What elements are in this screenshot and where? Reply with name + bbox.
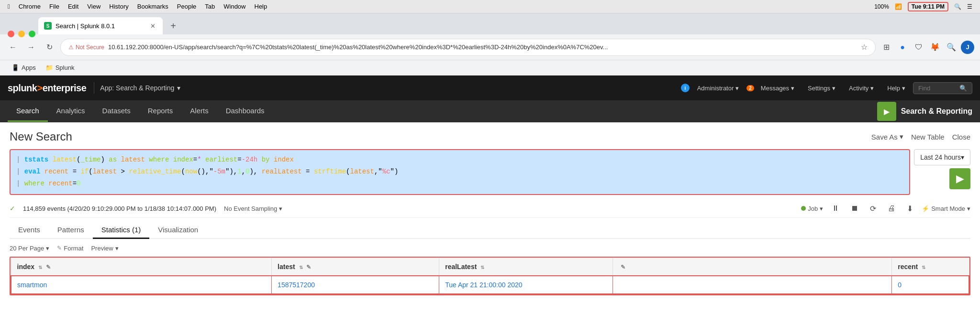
- search-reporting-icon[interactable]: ▶: [877, 102, 896, 121]
- new-table-btn[interactable]: New Table: [911, 133, 945, 141]
- splunk-ext-icon[interactable]: ●: [896, 41, 909, 54]
- save-as-btn[interactable]: Save As ▾: [871, 132, 903, 141]
- chevron-down-icon: ▾: [279, 205, 282, 212]
- tab-patterns[interactable]: Patterns: [49, 222, 93, 239]
- new-tab-btn[interactable]: +: [167, 19, 180, 32]
- sort-icon[interactable]: ⇅: [299, 265, 303, 270]
- apple-menu[interactable]: : [8, 3, 10, 10]
- search-run-btn[interactable]: ▶: [949, 168, 970, 189]
- format-btn[interactable]: ✎ Format: [57, 245, 83, 252]
- print-btn[interactable]: 🖨: [885, 203, 898, 214]
- nav-datasets[interactable]: Datasets: [94, 101, 139, 122]
- address-input[interactable]: ⚠ Not Secure 10.61.192.200:8000/en-US/ap…: [60, 39, 876, 56]
- chrome-tab-active[interactable]: S Search | Splunk 8.0.1 ✕: [38, 17, 163, 34]
- time-picker-btn[interactable]: Last 24 hours ▾: [914, 149, 970, 165]
- window-menu[interactable]: Window: [223, 3, 245, 10]
- stop-btn[interactable]: ⏹: [848, 203, 861, 214]
- info-icon: i: [681, 84, 690, 92]
- chrome-menu[interactable]: Chrome: [19, 3, 41, 10]
- address-bar: ← → ↻ ⚠ Not Secure 10.61.192.200:8000/en…: [0, 34, 980, 60]
- sort-icon[interactable]: ⇅: [480, 265, 484, 270]
- view-menu[interactable]: View: [87, 3, 100, 10]
- close-window-btn[interactable]: [8, 31, 14, 37]
- tab-statistics[interactable]: Statistics (1): [93, 222, 150, 239]
- edit-icon[interactable]: ✎: [621, 264, 625, 271]
- app-selector[interactable]: App: Search & Reporting ▾: [94, 82, 186, 94]
- no-sampling-btn[interactable]: No Event Sampling ▾: [224, 205, 282, 212]
- preview-btn[interactable]: Preview ▾: [91, 245, 118, 252]
- main-content: New Search Save As ▾ New Table Close | t…: [0, 122, 980, 303]
- control-center-icon[interactable]: ☰: [967, 3, 972, 10]
- job-btn[interactable]: Job ▾: [801, 205, 823, 212]
- user-avatar[interactable]: J: [961, 41, 974, 54]
- table-row: smartmon 1587517200 Tue Apr 21 21:00:00 …: [11, 276, 969, 294]
- administrator-btn[interactable]: Administrator ▾: [691, 82, 745, 95]
- th-latest: latest ⇅ ✎: [272, 258, 439, 276]
- tab-visualization[interactable]: Visualization: [149, 222, 207, 239]
- bookmarks-menu[interactable]: Bookmarks: [137, 3, 168, 10]
- sort-icon[interactable]: ⇅: [38, 265, 42, 270]
- tab-menu[interactable]: Tab: [205, 3, 215, 10]
- search-icon[interactable]: 🔍: [954, 3, 961, 10]
- messages-btn[interactable]: 2 Messages ▾: [746, 82, 800, 95]
- nav-reports[interactable]: Reports: [139, 101, 182, 122]
- chevron-down-icon: ▾: [177, 84, 180, 92]
- export-btn[interactable]: ⬇: [904, 203, 916, 215]
- find-input[interactable]: [918, 85, 957, 92]
- splunk-top-nav: splunk>enterprise App: Search & Reportin…: [0, 76, 980, 100]
- lightning-icon: ⚡: [922, 205, 929, 212]
- nav-search[interactable]: Search: [8, 101, 48, 122]
- bookmark-star-icon[interactable]: ☆: [861, 43, 868, 52]
- history-menu[interactable]: History: [109, 3, 128, 10]
- addon-icon[interactable]: 🦊: [928, 41, 942, 54]
- not-secure-label: ⚠ Not Secure: [68, 44, 104, 51]
- activity-btn[interactable]: Activity ▾: [843, 82, 880, 95]
- smart-mode-btn[interactable]: ⚡ Smart Mode ▾: [922, 205, 970, 212]
- people-menu[interactable]: People: [177, 3, 196, 10]
- back-btn[interactable]: ←: [6, 40, 20, 54]
- shield-icon[interactable]: 🛡: [912, 41, 925, 54]
- edit-icon[interactable]: ✎: [306, 264, 311, 271]
- reload-btn[interactable]: ↻: [42, 40, 56, 54]
- bookmarks-apps[interactable]: 📱 Apps: [8, 63, 40, 73]
- messages-badge: 2: [746, 85, 754, 91]
- pause-btn[interactable]: ⏸: [829, 203, 842, 214]
- table-header: index ⇅ ✎ latest ⇅ ✎ realLatest ⇅ ✎: [11, 258, 969, 276]
- sort-icon[interactable]: ⇅: [922, 265, 925, 270]
- maximize-window-btn[interactable]: [29, 31, 35, 37]
- chevron-down-icon: ▾: [791, 85, 794, 92]
- close-btn[interactable]: Close: [952, 133, 970, 141]
- chevron-down-icon: ▾: [900, 132, 903, 141]
- per-page-btn[interactable]: 20 Per Page ▾: [10, 245, 49, 252]
- bookmarks-splunk[interactable]: 📁 Splunk: [42, 63, 78, 73]
- minimize-window-btn[interactable]: [18, 31, 25, 37]
- table-container: index ⇅ ✎ latest ⇅ ✎ realLatest ⇅ ✎: [10, 257, 970, 295]
- help-menu[interactable]: Help: [255, 3, 267, 10]
- help-btn[interactable]: Help ▾: [881, 82, 911, 95]
- extensions-icon[interactable]: ⊞: [880, 41, 893, 54]
- settings-btn[interactable]: Settings ▾: [802, 82, 841, 95]
- admin-btn[interactable]: i Administrator ▾: [681, 82, 745, 95]
- search-reporting-label: Search & Reporting: [901, 107, 972, 116]
- chevron-down-icon: ▾: [967, 205, 970, 212]
- edit-menu[interactable]: Edit: [68, 3, 78, 10]
- nav-dashboards[interactable]: Dashboards: [217, 101, 273, 122]
- status-right: Job ▾ ⏸ ⏹ ⟳ 🖨 ⬇ ⚡ Smart Mode ▾: [801, 203, 970, 215]
- td-index[interactable]: smartmon: [11, 276, 272, 294]
- nav-analytics[interactable]: Analytics: [48, 101, 94, 122]
- forward-btn[interactable]: →: [24, 40, 38, 54]
- search-query-box[interactable]: | tstats latest(_time) as latest where i…: [10, 149, 910, 195]
- tab-favicon: S: [44, 22, 52, 30]
- file-menu[interactable]: File: [49, 3, 59, 10]
- tab-close-btn[interactable]: ✕: [148, 22, 157, 30]
- search-icon-addr[interactable]: 🔍: [945, 41, 958, 54]
- splunk-logo[interactable]: splunk>enterprise: [8, 83, 86, 94]
- search-wrap: | tstats latest(_time) as latest where i…: [10, 149, 970, 195]
- edit-icon[interactable]: ✎: [46, 264, 51, 271]
- search-query-text[interactable]: | tstats latest(_time) as latest where i…: [16, 154, 903, 190]
- nav-alerts[interactable]: Alerts: [181, 101, 217, 122]
- tab-events[interactable]: Events: [10, 222, 49, 239]
- find-box[interactable]: 🔍: [913, 82, 972, 94]
- refresh-btn[interactable]: ⟳: [867, 203, 879, 215]
- search-box-container: | tstats latest(_time) as latest where i…: [10, 149, 910, 195]
